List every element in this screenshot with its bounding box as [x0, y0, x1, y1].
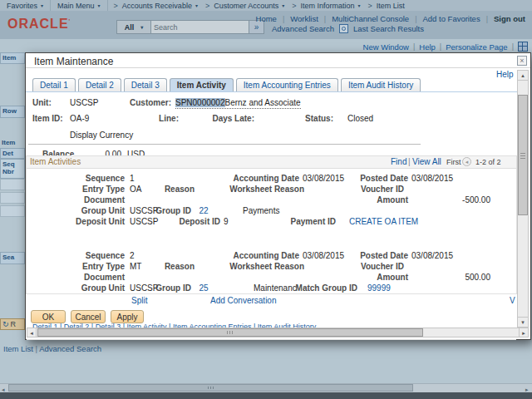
- tab-item-activity[interactable]: Item Activity: [170, 78, 234, 92]
- chevron-down-icon: [282, 2, 284, 8]
- view-all-link[interactable]: View All: [412, 157, 441, 166]
- personalize-page-link[interactable]: Personalize Page: [446, 42, 507, 52]
- new-window-link[interactable]: New Window: [363, 42, 409, 52]
- breadcrumb-accounts-receivable[interactable]: Accounts Receivable: [121, 0, 200, 11]
- posted-date-value: 03/08/2015: [411, 174, 453, 183]
- advanced-search-link[interactable]: Advanced Search: [272, 24, 334, 33]
- tab-detail-1[interactable]: Detail 1: [32, 78, 76, 92]
- chevron-down-icon: [98, 2, 101, 8]
- close-icon[interactable]: [517, 56, 527, 66]
- divider: |: [408, 157, 411, 166]
- customer-value[interactable]: SPN0000002Bernz and Associate: [175, 98, 301, 109]
- item-maintenance-modal: Item Maintenance Help Detail 1 Detail 2 …: [25, 52, 531, 340]
- scroll-down-arrow[interactable]: ▾: [517, 317, 529, 328]
- line-label: Line:: [134, 114, 179, 123]
- reason-label: Reason: [136, 262, 195, 271]
- divider: [27, 339, 516, 340]
- home-link[interactable]: Home: [256, 14, 277, 23]
- chevron-down-icon: [41, 2, 43, 8]
- deposit-id-label: Deposit ID: [162, 217, 220, 226]
- customer-id: SPN0000002: [175, 98, 225, 107]
- add-to-favorites-link[interactable]: Add to Favorites: [422, 14, 480, 23]
- posted-date-label: Posted Date: [333, 251, 408, 260]
- ok-button[interactable]: OK: [31, 310, 66, 323]
- scroll-up-arrow[interactable]: ▴: [517, 70, 529, 81]
- customer-label: Customer:: [121, 98, 171, 107]
- scroll-right-arrow[interactable]: ▸: [519, 328, 529, 337]
- breadcrumb-separator: [205, 2, 209, 10]
- scroll-left-arrow[interactable]: ◂: [27, 328, 37, 337]
- status-label: Status:: [283, 114, 333, 123]
- activity-note: Payments: [243, 206, 279, 215]
- days-late-label: Days Late:: [192, 114, 254, 123]
- voucher-id-label: Voucher ID: [329, 262, 404, 271]
- bg-footer-links: Item List | Advanced Search: [3, 344, 101, 353]
- divider: [486, 15, 488, 23]
- divider: [283, 15, 284, 23]
- page-scrollbar-thumb[interactable]: [8, 384, 413, 392]
- divider: [28, 144, 421, 145]
- split-link[interactable]: Split: [131, 296, 147, 305]
- breadcrumb-item-list[interactable]: Item List: [375, 0, 406, 11]
- tab-detail-2[interactable]: Detail 2: [78, 78, 121, 92]
- bg-grid-row: [0, 192, 25, 204]
- group-unit-label: Group Unit: [50, 283, 125, 293]
- sequence-label: Sequence: [50, 251, 125, 260]
- reason-label: Reason: [136, 185, 195, 194]
- screen: Favorites Main Menu Accounts Receivable …: [0, 0, 532, 399]
- tab-item-audit-history[interactable]: Item Audit History: [341, 78, 421, 92]
- sign-out-link[interactable]: Sign out: [494, 14, 525, 23]
- entry-type-label: Entry Type: [50, 185, 125, 194]
- group-id-label: Group ID: [133, 206, 191, 215]
- group-id-link[interactable]: 25: [195, 283, 212, 293]
- breadcrumb-item-information[interactable]: Item Information: [299, 0, 362, 11]
- breadcrumb-customer-accounts[interactable]: Customer Accounts: [212, 0, 286, 11]
- search-input[interactable]: [150, 20, 249, 34]
- amount-label: Amount: [333, 273, 408, 282]
- payment-id-label: Payment ID: [261, 217, 336, 226]
- tab-item-accounting-entries[interactable]: Item Accounting Entries: [236, 78, 338, 92]
- cancel-button[interactable]: Cancel: [71, 310, 106, 323]
- document-label: Document: [50, 273, 125, 282]
- tab-strip: Detail 1 Detail 2 Detail 3 Item Activity…: [32, 78, 421, 92]
- breadcrumb: Favorites Main Menu Accounts Receivable …: [0, 0, 532, 12]
- item-id-value: OA-9: [70, 114, 89, 123]
- first-label: First: [446, 158, 461, 166]
- add-conversation-link[interactable]: Add Conversation: [210, 296, 277, 305]
- divider: [415, 15, 416, 23]
- last-search-results-link[interactable]: Last Search Results: [353, 24, 424, 33]
- divider: [440, 42, 441, 51]
- vertical-scrollbar-thumb[interactable]: [518, 95, 528, 215]
- apply-button[interactable]: Apply: [111, 310, 144, 323]
- display-currency-link[interactable]: Display Currency: [70, 131, 133, 140]
- breadcrumb-main-menu[interactable]: Main Menu: [51, 0, 108, 11]
- document-label: Document: [50, 195, 125, 204]
- breadcrumb-separator: [114, 2, 118, 10]
- deposit-unit-label: Deposit Unit: [50, 217, 125, 226]
- group-id-link[interactable]: 22: [195, 206, 212, 215]
- divider: [26, 67, 530, 68]
- breadcrumb-favorites[interactable]: Favorites: [0, 0, 51, 11]
- bg-item-fragment: Item: [2, 139, 15, 146]
- search-scope-dropdown[interactable]: All: [116, 20, 151, 34]
- bg-grid-row: [0, 205, 25, 217]
- find-link[interactable]: Find: [391, 157, 406, 166]
- personalize-grid-icon[interactable]: [518, 42, 528, 52]
- tab-detail-3[interactable]: Detail 3: [124, 78, 167, 92]
- match-group-id-link[interactable]: 99999: [367, 283, 391, 293]
- divider: [26, 91, 517, 92]
- divider: [413, 42, 415, 51]
- breadcrumb-separator: [368, 2, 372, 10]
- payment-id-link[interactable]: CREATE OA ITEM: [349, 217, 418, 226]
- posted-date-value: 03/08/2015: [411, 251, 453, 260]
- modal-help-link[interactable]: Help: [496, 70, 514, 79]
- view-link-cutoff[interactable]: V: [510, 296, 515, 305]
- advanced-search-footer-link: Advanced Search: [39, 344, 101, 353]
- multichannel-console-link[interactable]: MultiChannel Console: [332, 14, 409, 23]
- horizontal-scrollbar-thumb[interactable]: [37, 328, 423, 337]
- worklist-link[interactable]: Worklist: [290, 14, 318, 23]
- help-link[interactable]: Help: [419, 42, 436, 52]
- oracle-logo: ORACLE': [7, 17, 71, 32]
- bottom-strip: [0, 392, 532, 399]
- previous-page-icon[interactable]: [462, 157, 471, 166]
